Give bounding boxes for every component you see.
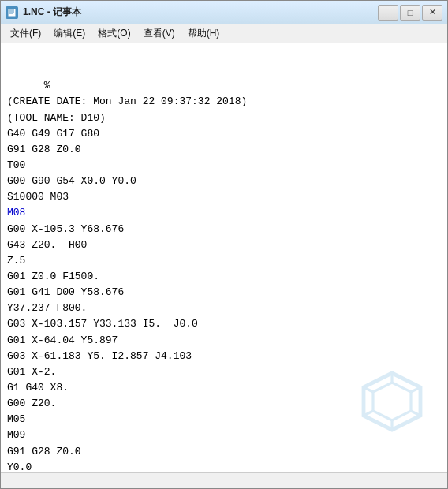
notepad-icon: [6, 6, 18, 19]
menu-bar: 文件(F) 编辑(E) 格式(O) 查看(V) 帮助(H): [1, 24, 447, 43]
svg-marker-4: [364, 373, 420, 430]
title-bar-left: 1.NC - 记事本: [6, 6, 81, 19]
notepad-window: 1.NC - 记事本 ─ □ ✕ 文件(F) 编辑(E) 格式(O) 查看(V)…: [0, 0, 448, 489]
menu-help[interactable]: 帮助(H): [181, 25, 226, 42]
window-controls: ─ □ ✕: [378, 5, 442, 21]
svg-line-10: [364, 411, 373, 416]
svg-line-8: [411, 411, 420, 416]
menu-file[interactable]: 文件(F): [4, 25, 47, 42]
window-title: 1.NC - 记事本: [23, 6, 81, 19]
text-editor[interactable]: % (CREATE DATE: Mon Jan 22 09:37:32 2018…: [1, 43, 447, 472]
close-button[interactable]: ✕: [422, 5, 442, 21]
menu-view[interactable]: 查看(V): [137, 25, 181, 42]
svg-line-11: [364, 387, 373, 392]
content-area: % (CREATE DATE: Mon Jan 22 09:37:32 2018…: [1, 43, 447, 472]
restore-button[interactable]: □: [400, 5, 420, 21]
svg-marker-5: [373, 383, 411, 420]
code-content: % (CREATE DATE: Mon Jan 22 09:37:32 2018…: [7, 80, 284, 472]
minimize-button[interactable]: ─: [378, 5, 398, 21]
menu-edit[interactable]: 编辑(E): [47, 25, 91, 42]
menu-format[interactable]: 格式(O): [91, 25, 136, 42]
status-bar: [1, 472, 447, 488]
svg-line-7: [411, 387, 420, 392]
title-bar: 1.NC - 记事本 ─ □ ✕: [1, 1, 447, 24]
highlighted-line: M08: [7, 207, 25, 218]
